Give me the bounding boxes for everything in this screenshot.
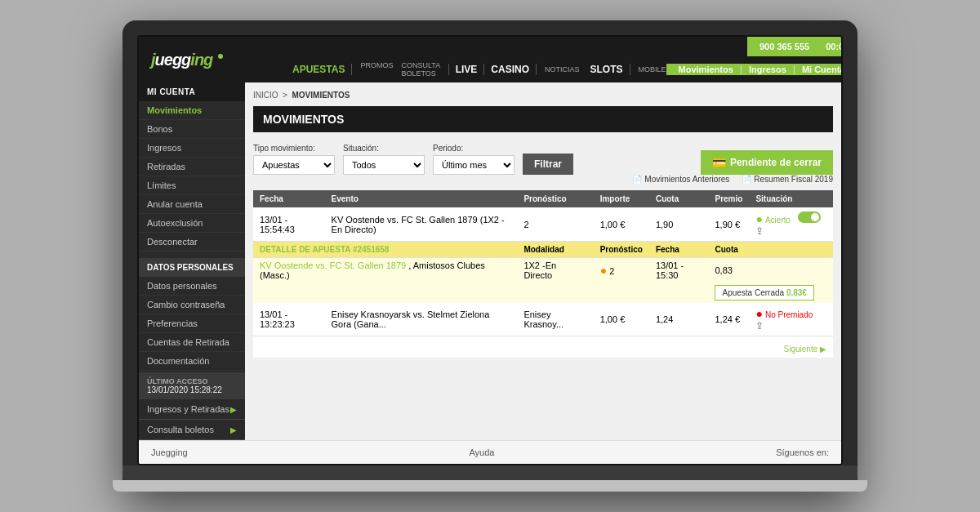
sidebar-item-anular[interactable]: Anular cuenta [139,195,245,214]
last-access-label: ÚLTIMO ACCESO [147,377,237,385]
phone-number: 900 365 555 [760,42,809,51]
cell-cuota: 1,90 [649,207,709,242]
table-row: 13/01 - 13:23:23 Enisey Krasnoyarsk vs. … [253,303,833,336]
cell-situacion: ● No Premiado ⇪ [749,303,833,336]
nav-apuestas[interactable]: APUESTAS [286,64,352,75]
sidebar-item-datos-personales[interactable]: Datos personales [139,277,245,296]
nav-casino[interactable]: CASINO [484,64,537,75]
col-evento: Evento [325,190,518,207]
chevron-right-icon: ▶ [230,425,237,434]
logo: juegging [151,51,223,69]
pronostico-dot: ● [600,264,607,277]
table-row: 13/01 - 15:54:43 KV Oostende vs. FC St. … [253,207,833,242]
siguiente-row: Siguiente ▶ [253,336,833,358]
col-cuota: Cuota [649,190,709,207]
time-elapsed: 00:06 [826,42,843,51]
sidebar-item-cambio-contrasena[interactable]: Cambio contraseña [139,296,245,314]
sidebar-item-documentacion[interactable]: Documentación [139,352,245,371]
chevron-right-icon: ▶ [230,405,237,414]
sidebar-item-movimientos[interactable]: Movimientos [139,101,245,120]
cell-importe: 1,00 € [594,303,649,336]
sidebar-item-cuentas-retirada[interactable]: Cuentas de Retirada [139,333,245,352]
cell-fecha: 13/01 - 15:54:43 [253,207,325,242]
doc-icon: 📄 [632,175,642,184]
status-badge: No Premiado [765,310,813,319]
movements-table: Fecha Evento Pronóstico Importe Cuota Pr… [253,190,833,358]
col-pronostico: Pronóstico [517,190,593,207]
links-row: 📄 Movimientos Anteriores 📄 Resumen Fisca… [253,175,833,184]
filter-button[interactable]: Filtrar [523,154,573,175]
nav-sub-promos[interactable]: PROMOS [360,61,393,78]
cell-importe: 1,00 € [594,207,649,242]
main-layout: MI CUENTA Movimientos Bonos Ingresos Ret… [139,82,841,440]
sidebar-consulta-boletos[interactable]: Consulta boletos ▶ [139,420,245,440]
sidebar-item-desconectar[interactable]: Desconectar [139,233,245,252]
nav-slots[interactable]: SLOTS [584,64,630,75]
sidebar-item-preferencias[interactable]: Preferencias [139,314,245,333]
situacion-select[interactable]: Todos [343,155,425,175]
sidebar-section-datos: DATOS PERSONALES [139,258,245,277]
col-premio: Premio [708,190,749,207]
header: juegging 900 365 555 00:06 15:57 APUESTA… [139,37,841,82]
detail-action-cell: Apuesta Cerrada 0,83€ [708,283,833,303]
situacion-label: Situación: [343,144,425,153]
cell-pronostico: Enisey Krasnoy... [517,303,593,336]
nav-micuenta[interactable]: Mi Cuenta [802,65,843,74]
periodo-label: Periodo: [433,144,514,153]
detail-evento: KV Oostende vs. FC St. Gallen 1879 , Ami… [253,258,517,283]
detail-col-cuota: Cuota [708,242,833,258]
content-area: INICIO > MOVIMIENTOS MOVIMIENTOS Tipo mo… [245,82,841,440]
toggle-switch[interactable] [798,211,821,223]
share-icon[interactable]: ⇪ [755,320,764,332]
sidebar-section-mi-cuenta: MI CUENTA [139,82,245,101]
resumen-fiscal-link[interactable]: 📄 Resumen Fiscal 2019 [742,175,833,184]
laptop-bottom [122,465,858,480]
detail-action-row: Apuesta Cerrada 0,83€ [253,283,833,303]
cell-premio: 1,90 € [708,207,749,242]
doc-icon: 📄 [742,175,751,184]
footer-brand: Juegging [151,447,188,457]
detail-modalidad: 1X2 -En Directo [517,258,593,283]
sidebar-item-autoexclusion[interactable]: Autoexclusión [139,214,245,233]
nav-sub-consulta[interactable]: CONSULTA BOLETOS [401,61,439,78]
sidebar-item-bonos[interactable]: Bonos [139,120,245,139]
sidebar-item-ingresos[interactable]: Ingresos [139,139,245,158]
cell-cuota: 1,24 [649,303,709,336]
siguiente-link[interactable]: Siguiente ▶ [784,345,826,354]
sidebar-item-limites[interactable]: Límites [139,176,245,195]
footer-help[interactable]: Ayuda [469,447,494,457]
movimientos-anteriores-link[interactable]: 📄 Movimientos Anteriores [632,175,729,184]
nav-sub-mobile[interactable]: MOBILE [639,65,666,73]
logo-area: juegging [139,37,278,82]
periodo-select[interactable]: Último mes [433,155,514,175]
filter-periodo: Periodo: Último mes [433,144,514,175]
wallet-icon: 💳 [712,156,726,169]
header-top-info: 900 365 555 00:06 15:57 [747,37,843,56]
apuesta-cerrada-button[interactable]: Apuesta Cerrada 0,83€ [715,285,813,301]
detail-col-modalidad: Modalidad [517,242,593,258]
user-nav: Movimientos | Ingresos | Mi Cuenta | Sal… [666,64,843,75]
sidebar-ingresos-retiradas[interactable]: Ingresos y Retiradas ▶ [139,399,245,420]
detail-title: DETALLE DE APUESTA #2451658 [253,242,517,258]
page-title: MOVIMIENTOS [253,106,833,132]
tipo-select[interactable]: Apuestas [253,155,335,175]
status-dot: ● [755,307,762,320]
nav-live[interactable]: LIVE [448,64,485,75]
detail-col-fecha: Fecha [649,242,709,258]
filters-row: Tipo movimiento: Apuestas Situación: Tod… [253,140,833,175]
detail-evento-link[interactable]: KV Oostende vs. FC St. Gallen 1879 [260,260,406,270]
nav-movimientos[interactable]: Movimientos [679,65,733,74]
share-icon[interactable]: ⇪ [755,225,764,237]
sidebar-item-retiradas[interactable]: Retiradas [139,158,245,176]
cell-pronostico: 2 [517,207,593,242]
laptop-base [113,480,867,492]
detail-cuota: 0,83 [708,258,833,283]
nav-ingresos[interactable]: Ingresos [749,65,786,74]
filter-tipo: Tipo movimiento: Apuestas [253,144,335,175]
nav-sub-noticias[interactable]: NOTICIAS [545,65,580,73]
breadcrumb: INICIO > MOVIMIENTOS [253,91,833,100]
detail-fecha: 13/01 - 15:30 [649,258,709,283]
pending-button[interactable]: 💳 Pendiente de cerrar [701,150,833,175]
breadcrumb-home[interactable]: INICIO [253,91,278,100]
cell-premio: 1,24 € [708,303,749,336]
